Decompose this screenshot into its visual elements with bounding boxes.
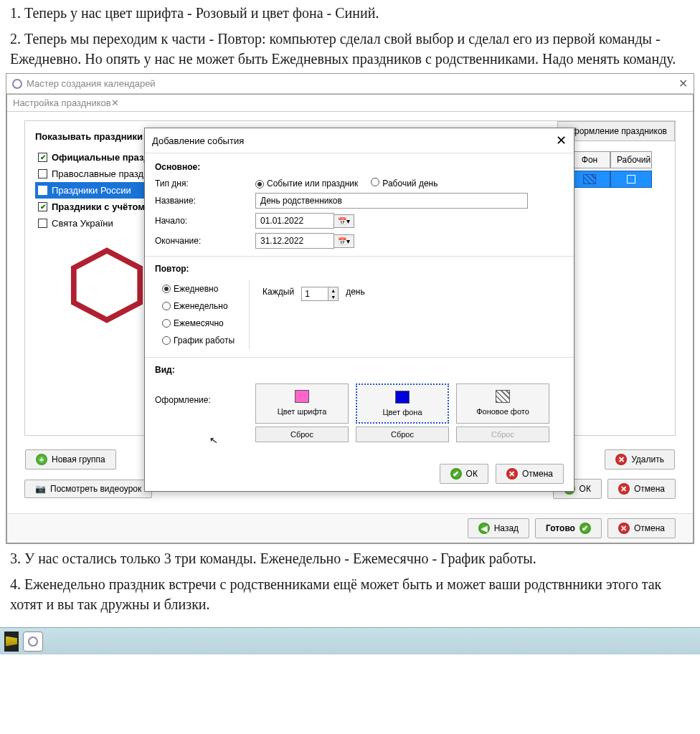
radio-daily[interactable]: Ежедневно bbox=[162, 284, 235, 294]
bg-photo-box[interactable]: Фоновое фото bbox=[456, 383, 549, 424]
bg-photo-swatch bbox=[496, 390, 510, 403]
plus-icon: + bbox=[36, 454, 47, 465]
font-color-label: Цвет шрифта bbox=[278, 407, 327, 416]
view-section-label: Вид: bbox=[155, 365, 564, 375]
checkbox-icon[interactable]: ✔ bbox=[38, 153, 47, 162]
day-label: день bbox=[346, 287, 365, 297]
checkbox-icon[interactable]: ✔ bbox=[38, 219, 47, 228]
close-icon[interactable]: ✕ bbox=[556, 133, 567, 148]
hexagon-icon bbox=[67, 246, 146, 325]
grid-cell-bg[interactable] bbox=[569, 171, 610, 188]
bg-color-label: Цвет фона bbox=[382, 408, 422, 416]
end-date-input[interactable] bbox=[255, 233, 334, 249]
modal-title: Добавление события bbox=[152, 135, 244, 146]
done-button[interactable]: Готово ✔ bbox=[535, 518, 602, 538]
checkbox-icon[interactable]: ✔ bbox=[38, 169, 47, 178]
doc-paragraph-3: 3. У нас остались только 3 три команды. … bbox=[0, 545, 700, 571]
main-section-label: Основное: bbox=[155, 162, 564, 172]
check-icon: ✔ bbox=[580, 523, 591, 534]
radio-schedule[interactable]: График работы bbox=[162, 335, 235, 345]
new-group-button[interactable]: + Новая группа bbox=[25, 449, 116, 470]
radio-icon bbox=[162, 319, 171, 328]
radio-label: Еженедельно bbox=[174, 301, 228, 311]
button-label: Новая группа bbox=[52, 454, 105, 464]
close-icon[interactable]: ✕ bbox=[678, 77, 688, 90]
start-date-input[interactable] bbox=[255, 213, 334, 229]
checkbox-icon[interactable]: ✔ bbox=[38, 202, 47, 211]
radio-label: Ежемесячно bbox=[174, 318, 224, 328]
cancel-button[interactable]: ✕ Отмена bbox=[607, 518, 676, 538]
radio-event[interactable]: Событие или праздник bbox=[255, 178, 358, 189]
x-icon: ✕ bbox=[618, 483, 630, 495]
calendar-dropdown-icon[interactable]: 📅▾ bbox=[334, 234, 354, 248]
check-icon: ✔ bbox=[450, 468, 462, 480]
col-header-2: Фон bbox=[569, 151, 610, 168]
button-label: Отмена bbox=[634, 523, 665, 533]
checkbox-icon[interactable]: ✔ bbox=[38, 186, 47, 195]
x-icon: ✕ bbox=[618, 523, 630, 534]
button-label: ОК bbox=[580, 484, 591, 494]
reset-font-button[interactable]: Сброс bbox=[255, 426, 349, 442]
bg-photo-label: Фоновое фото bbox=[476, 407, 529, 416]
col-header-3: Рабочий bbox=[610, 151, 652, 168]
every-spinner[interactable]: ▲▼ bbox=[301, 287, 339, 301]
settings-window: Настройка праздников ✕ Показывать праздн… bbox=[6, 94, 694, 543]
cancel-button[interactable]: ✕ Отмена bbox=[607, 479, 676, 499]
radio-label: График работы bbox=[174, 335, 235, 345]
category-label: Свята України bbox=[52, 218, 113, 229]
radio-label: Событие или праздник bbox=[267, 178, 358, 189]
grid-cell-work[interactable] bbox=[610, 171, 652, 188]
spinner-down-icon[interactable]: ▼ bbox=[328, 294, 338, 300]
radio-icon bbox=[162, 336, 171, 345]
radio-workday[interactable]: Рабочий день bbox=[371, 178, 438, 189]
radio-icon bbox=[162, 285, 171, 293]
start-label: Начало: bbox=[155, 216, 255, 226]
back-button[interactable]: ◀ Назад bbox=[468, 518, 529, 538]
button-label: Назад bbox=[494, 523, 519, 533]
end-label: Окончание: bbox=[155, 236, 255, 246]
radio-weekly[interactable]: Еженедельно bbox=[162, 301, 235, 311]
square-icon bbox=[627, 175, 635, 184]
settings-titlebar: Настройка праздников ✕ bbox=[7, 95, 693, 112]
design-tab-button[interactable]: Оформление праздников bbox=[557, 121, 675, 141]
reset-bg-button[interactable]: Сброс bbox=[356, 426, 449, 442]
delete-button[interactable]: ✕ Удалить bbox=[605, 449, 675, 470]
button-label: Удалить bbox=[631, 454, 664, 464]
radio-icon bbox=[162, 302, 171, 310]
radio-icon bbox=[255, 180, 264, 189]
taskbar[interactable] bbox=[0, 627, 700, 654]
app-icon bbox=[12, 79, 22, 89]
button-label: ОК bbox=[466, 469, 478, 479]
radio-monthly[interactable]: Ежемесячно bbox=[162, 318, 235, 328]
spinner-up-icon[interactable]: ▲ bbox=[328, 287, 338, 294]
design-label: Оформление: bbox=[155, 381, 255, 405]
x-icon: ✕ bbox=[506, 468, 518, 480]
modal-ok-button[interactable]: ✔ ОК bbox=[440, 464, 488, 484]
calendar-dropdown-icon[interactable]: 📅▾ bbox=[334, 214, 354, 228]
taskbar-app-icon[interactable] bbox=[23, 631, 43, 652]
bg-color-box[interactable]: Цвет фона bbox=[356, 383, 449, 424]
day-type-label: Тип дня: bbox=[155, 178, 255, 189]
modal-cancel-button[interactable]: ✕ Отмена bbox=[496, 464, 564, 484]
main-window-title: Мастер создания календарей bbox=[27, 78, 156, 89]
name-input[interactable] bbox=[255, 193, 528, 209]
repeat-section-label: Повтор: bbox=[155, 264, 564, 274]
camera-icon: 📷 bbox=[35, 484, 46, 494]
doc-paragraph-4: 4. Еженедельно праздник встречи с родств… bbox=[0, 571, 700, 617]
svg-marker-0 bbox=[74, 251, 140, 320]
wizard-footer: ◀ Назад Готово ✔ ✕ Отмена bbox=[7, 513, 693, 543]
doc-paragraph-1: 1. Теперь у нас цвет шрифта - Розовый и … bbox=[0, 0, 700, 26]
every-label: Каждый bbox=[262, 287, 294, 297]
font-color-swatch bbox=[295, 390, 309, 403]
font-color-box[interactable]: Цвет шрифта bbox=[255, 383, 349, 424]
radio-icon bbox=[371, 178, 379, 186]
reset-photo-button[interactable]: Сброс bbox=[456, 426, 549, 442]
every-input[interactable] bbox=[302, 287, 328, 300]
close-icon[interactable]: ✕ bbox=[111, 97, 119, 108]
taskbar-flag-icon[interactable] bbox=[4, 631, 19, 652]
button-label: Отмена bbox=[634, 484, 665, 494]
modal-titlebar: Добавление события ✕ bbox=[145, 128, 574, 153]
radio-label: Рабочий день bbox=[382, 178, 438, 189]
settings-title: Настройка праздников bbox=[13, 97, 111, 108]
watch-video-button[interactable]: 📷 Посмотреть видеоурок bbox=[24, 480, 152, 498]
